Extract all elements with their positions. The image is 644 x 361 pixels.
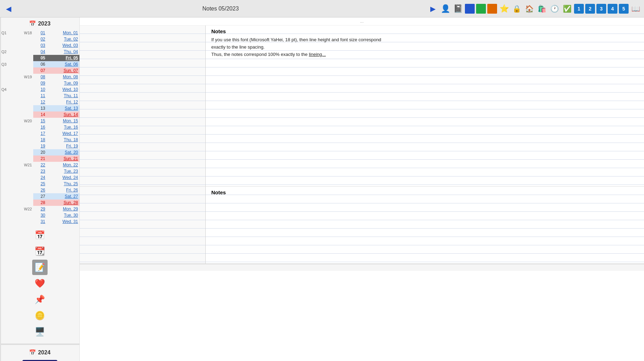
day-07-name[interactable]: Sun. 07 — [47, 67, 79, 74]
num-1-button[interactable]: 1 — [574, 4, 584, 14]
notebook-icon[interactable]: 📓 — [452, 3, 463, 14]
day-14-name[interactable]: Sun. 14 — [47, 111, 79, 118]
day-21-num[interactable]: 21 — [33, 156, 47, 162]
day-15-num[interactable]: 15 — [33, 118, 47, 124]
day-29-num[interactable]: 29 — [33, 206, 47, 212]
person-icon[interactable]: 👤 — [440, 3, 451, 14]
blue-square-icon[interactable] — [465, 4, 475, 14]
day-09-num[interactable]: 09 — [33, 80, 47, 86]
day-09-name[interactable]: Tue. 09 — [47, 80, 79, 86]
day-24-num[interactable]: 24 — [33, 174, 47, 181]
sidebar: 📅 2023 Q1 W18 01 Mon. 01 02 Tue. 02 — [0, 17, 80, 361]
day-08-name[interactable]: Mon. 08 — [47, 74, 79, 80]
num-4-button[interactable]: 4 — [608, 4, 617, 14]
day-08-num[interactable]: 08 — [33, 74, 47, 80]
prev-button[interactable]: ◀ — [3, 3, 14, 14]
calendar-week-icon[interactable]: 📆 — [32, 244, 48, 259]
day-22-num[interactable]: 22 — [33, 162, 47, 168]
num-5-button[interactable]: 5 — [619, 4, 629, 14]
day-24-name[interactable]: Wed. 24 — [47, 174, 79, 181]
monitor-icon[interactable]: 🖥️ — [32, 324, 48, 339]
table-row: Q3 06 Sat. 06 — [0, 61, 79, 67]
w-empty-9 — [14, 93, 34, 99]
day-11-name[interactable]: Thu. 11 — [47, 93, 79, 99]
q-empty-15 — [0, 143, 14, 149]
day-13-name[interactable]: Sat. 13 — [47, 105, 79, 111]
day-02-name[interactable]: Tue. 02 — [47, 36, 79, 42]
day-28-name[interactable]: Sun. 28 — [47, 200, 79, 206]
w-empty-24 — [14, 200, 34, 206]
lock-icon[interactable]: 🔒 — [511, 3, 522, 14]
w-empty-17 — [14, 149, 34, 156]
day-29-name[interactable]: Mon. 29 — [47, 206, 79, 212]
day-31-name[interactable]: Wed. 31 — [47, 218, 79, 225]
table-row: W20 15 Mon. 15 — [0, 118, 79, 124]
green-square-icon[interactable] — [476, 4, 486, 14]
day-20-name[interactable]: Sat. 20 — [47, 149, 79, 156]
next-button[interactable]: ▶ — [427, 3, 438, 14]
day-16-name[interactable]: Tue. 16 — [47, 124, 79, 130]
heart-icon[interactable]: ❤️ — [32, 276, 48, 291]
day-03-name[interactable]: Wed. 03 — [47, 42, 79, 49]
day-02-num[interactable]: 02 — [33, 36, 47, 42]
notes-icon[interactable]: 📝 — [32, 260, 48, 275]
w-empty-14 — [14, 130, 34, 137]
house-icon[interactable]: 🏠 — [524, 3, 535, 14]
orange-square-icon[interactable] — [487, 4, 497, 14]
day-03-num[interactable]: 03 — [33, 42, 47, 49]
day-17-num[interactable]: 17 — [33, 130, 47, 137]
day-26-name[interactable]: Fri. 26 — [47, 187, 79, 193]
day-04-name[interactable]: Thu. 04 — [47, 49, 79, 55]
day-12-num[interactable]: 12 — [33, 99, 47, 105]
day-19-num[interactable]: 19 — [33, 143, 47, 149]
note-section-2: Notes — [80, 187, 644, 264]
day-23-name[interactable]: Tue. 23 — [47, 168, 79, 174]
table-row: Q4 10 Wed. 10 — [0, 86, 79, 93]
open-book-icon[interactable]: 📖 — [630, 3, 641, 14]
day-28-num[interactable]: 28 — [33, 200, 47, 206]
day-16-num[interactable]: 16 — [33, 124, 47, 130]
day-21-name[interactable]: Sun. 21 — [47, 156, 79, 162]
day-25-num[interactable]: 25 — [33, 181, 47, 187]
day-18-name[interactable]: Thu. 18 — [47, 137, 79, 143]
day-07-num[interactable]: 07 — [33, 67, 47, 74]
day-27-num[interactable]: 27 — [33, 193, 47, 200]
day-15-name[interactable]: Mon. 15 — [47, 118, 79, 124]
num-3-button[interactable]: 3 — [596, 4, 606, 14]
day-05-name[interactable]: Fri. 05 — [47, 55, 79, 61]
day-17-name[interactable]: Wed. 17 — [47, 130, 79, 137]
day-13-num[interactable]: 13 — [33, 105, 47, 111]
day-18-num[interactable]: 18 — [33, 137, 47, 143]
day-25-name[interactable]: Thu. 25 — [47, 181, 79, 187]
day-26-num[interactable]: 26 — [33, 187, 47, 193]
w-empty-10 — [14, 99, 34, 105]
day-05-num[interactable]: 05 — [33, 55, 47, 61]
coin-icon[interactable]: 🪙 — [32, 308, 48, 323]
day-01-num[interactable]: 01 — [33, 30, 47, 36]
day-10-name[interactable]: Wed. 10 — [47, 86, 79, 93]
day-10-num[interactable]: 10 — [33, 86, 47, 93]
day-06-num[interactable]: 06 — [33, 61, 47, 67]
day-31-num[interactable]: 31 — [33, 218, 47, 225]
day-20-num[interactable]: 20 — [33, 149, 47, 156]
day-14-num[interactable]: 14 — [33, 111, 47, 118]
q-empty-14 — [0, 137, 14, 143]
num-2-button[interactable]: 2 — [585, 4, 595, 14]
day-01-name[interactable]: Mon. 01 — [47, 30, 79, 36]
star-icon[interactable]: ⭐ — [498, 3, 510, 14]
day-19-name[interactable]: Fri. 19 — [47, 143, 79, 149]
day-06-name[interactable]: Sat. 06 — [47, 61, 79, 67]
day-22-name[interactable]: Mon. 22 — [47, 162, 79, 168]
day-04-num[interactable]: 04 — [33, 49, 47, 55]
day-27-name[interactable]: Sat. 27 — [47, 193, 79, 200]
day-12-name[interactable]: Fri. 12 — [47, 99, 79, 105]
bag-icon[interactable]: 🛍️ — [536, 3, 547, 14]
day-30-num[interactable]: 30 — [33, 212, 47, 218]
calendar-month-icon[interactable]: 📅 — [32, 228, 48, 243]
check-icon[interactable]: ✅ — [561, 3, 573, 14]
pin-icon[interactable]: 📌 — [32, 292, 48, 307]
day-30-name[interactable]: Tue. 30 — [47, 212, 79, 218]
clock-icon[interactable]: 🕐 — [549, 3, 560, 14]
day-11-num[interactable]: 11 — [33, 93, 47, 99]
day-23-num[interactable]: 23 — [33, 168, 47, 174]
